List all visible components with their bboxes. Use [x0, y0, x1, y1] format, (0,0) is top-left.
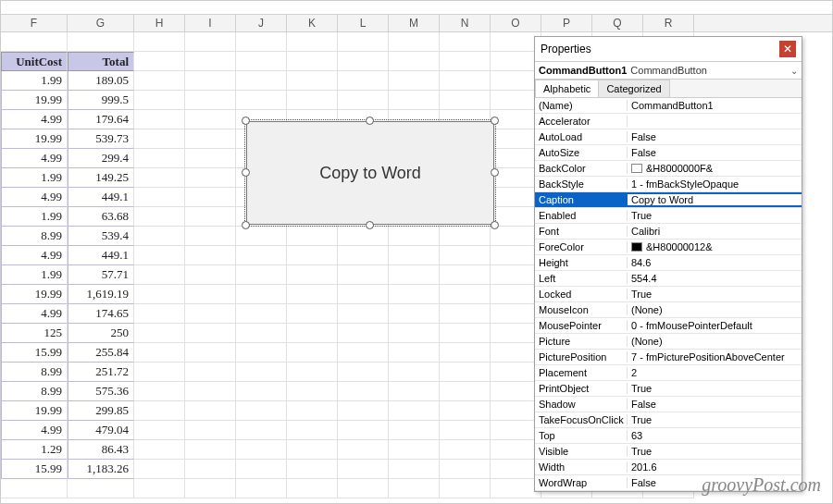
cell[interactable]: 86.43	[68, 440, 134, 460]
resize-handle-bottom-center[interactable]	[366, 221, 374, 229]
cell[interactable]	[287, 324, 338, 343]
cell[interactable]	[440, 285, 491, 304]
cell[interactable]	[440, 401, 491, 421]
property-value[interactable]: CommandButton1	[628, 100, 802, 111]
cell[interactable]	[185, 71, 236, 91]
cell[interactable]	[185, 188, 236, 207]
property-row[interactable]: Picture(None)	[535, 334, 802, 350]
cell[interactable]	[287, 421, 338, 440]
property-row[interactable]: Placement2	[535, 365, 802, 381]
cell[interactable]	[236, 343, 287, 363]
column-header-F[interactable]: F	[1, 15, 68, 31]
resize-handle-right-center[interactable]	[491, 168, 499, 177]
cell[interactable]	[134, 343, 185, 363]
cell[interactable]	[185, 421, 236, 440]
cell[interactable]: 15.99	[1, 343, 68, 363]
cell[interactable]	[134, 246, 185, 265]
cell[interactable]: 189.05	[68, 71, 134, 91]
cell[interactable]	[287, 246, 338, 265]
cell[interactable]	[68, 479, 134, 498]
cell[interactable]	[440, 460, 491, 479]
property-row[interactable]: PicturePosition7 - fmPicturePositionAbov…	[535, 350, 802, 365]
cell[interactable]	[236, 285, 287, 304]
cell[interactable]	[134, 227, 185, 246]
property-row[interactable]: FontCalibri	[535, 224, 802, 240]
cell[interactable]	[185, 168, 236, 188]
cell[interactable]	[134, 188, 185, 207]
cell[interactable]	[185, 265, 236, 285]
cell[interactable]	[236, 460, 287, 479]
cell[interactable]	[440, 246, 491, 265]
cell[interactable]	[389, 382, 440, 401]
cell[interactable]	[236, 52, 287, 71]
column-header-P[interactable]: P	[541, 15, 592, 31]
cell[interactable]	[185, 343, 236, 363]
column-header-M[interactable]: M	[389, 15, 440, 31]
command-button[interactable]: Copy to Word	[246, 121, 494, 225]
cell[interactable]	[440, 32, 491, 52]
property-row[interactable]: AutoLoadFalse	[535, 129, 802, 145]
cell[interactable]	[287, 52, 338, 71]
cell[interactable]: 449.1	[68, 188, 134, 207]
cell[interactable]: 999.5	[68, 91, 134, 110]
cell[interactable]	[440, 265, 491, 285]
cell[interactable]: 251.72	[68, 363, 134, 382]
cell[interactable]	[389, 401, 440, 421]
cell[interactable]	[287, 285, 338, 304]
cell[interactable]: 125	[1, 324, 68, 343]
cell[interactable]	[440, 324, 491, 343]
property-row[interactable]: PrintObjectTrue	[535, 381, 802, 397]
property-row[interactable]: Left554.4	[535, 271, 802, 287]
cell[interactable]	[389, 265, 440, 285]
cell[interactable]: 539.4	[68, 227, 134, 246]
property-row[interactable]: Width201.6	[535, 460, 802, 475]
cell[interactable]	[389, 71, 440, 91]
property-value[interactable]: 63	[628, 430, 802, 441]
cell[interactable]	[389, 32, 440, 52]
cell[interactable]: 539.73	[68, 129, 134, 149]
cell[interactable]	[236, 401, 287, 421]
cell[interactable]: 149.25	[68, 168, 134, 188]
property-row[interactable]: (Name)CommandButton1	[535, 98, 802, 114]
cell[interactable]	[338, 246, 389, 265]
cell[interactable]	[185, 246, 236, 265]
cell[interactable]	[134, 110, 185, 129]
resize-handle-left-center[interactable]	[242, 168, 250, 177]
property-value[interactable]: 1 - fmBackStyleOpaque	[628, 178, 802, 190]
cell[interactable]: 250	[68, 324, 134, 343]
cell[interactable]	[440, 343, 491, 363]
cell[interactable]	[440, 71, 491, 91]
cell[interactable]	[236, 363, 287, 382]
cell[interactable]	[185, 324, 236, 343]
cell[interactable]: 8.99	[1, 382, 68, 401]
cell[interactable]	[338, 304, 389, 324]
property-value[interactable]: &H80000012&	[628, 241, 802, 252]
cell[interactable]: 449.1	[68, 246, 134, 265]
cell[interactable]	[236, 91, 287, 110]
property-row[interactable]: VisibleTrue	[535, 444, 802, 460]
cell[interactable]	[389, 421, 440, 440]
property-value[interactable]: True	[628, 210, 802, 221]
cell[interactable]: 255.84	[68, 343, 134, 363]
cell[interactable]	[287, 227, 338, 246]
column-header-J[interactable]: J	[236, 15, 287, 31]
column-header-R[interactable]: R	[643, 15, 694, 31]
cell[interactable]	[440, 91, 491, 110]
cell[interactable]: 4.99	[1, 421, 68, 440]
cell[interactable]	[185, 110, 236, 129]
column-header-G[interactable]: G	[68, 15, 134, 31]
cell[interactable]	[287, 91, 338, 110]
cell[interactable]: 1.99	[1, 168, 68, 188]
cell[interactable]	[287, 479, 338, 498]
cell[interactable]	[236, 324, 287, 343]
cell[interactable]	[185, 440, 236, 460]
cell[interactable]	[287, 265, 338, 285]
cell[interactable]	[389, 285, 440, 304]
property-row[interactable]: Accelerator	[535, 114, 802, 129]
cell[interactable]	[440, 421, 491, 440]
cell[interactable]	[389, 440, 440, 460]
cell[interactable]	[338, 324, 389, 343]
property-row[interactable]: CaptionCopy to Word	[535, 192, 802, 208]
cell[interactable]	[236, 265, 287, 285]
property-value[interactable]: False	[628, 399, 802, 410]
